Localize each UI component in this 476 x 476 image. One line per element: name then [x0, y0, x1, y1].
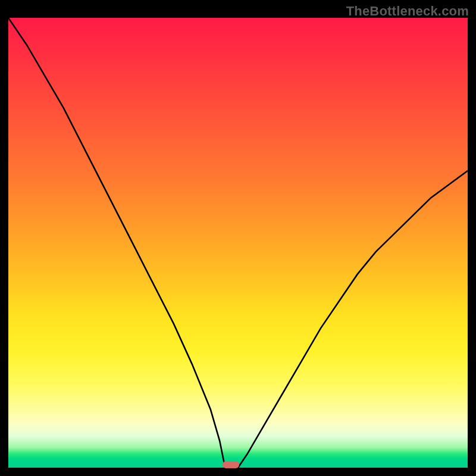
- plot-area: [8, 18, 468, 468]
- bottleneck-curve: [8, 18, 468, 468]
- optimum-marker: [223, 461, 239, 468]
- watermark-text: TheBottleneck.com: [346, 4, 469, 19]
- chart-frame: TheBottleneck.com: [0, 0, 476, 476]
